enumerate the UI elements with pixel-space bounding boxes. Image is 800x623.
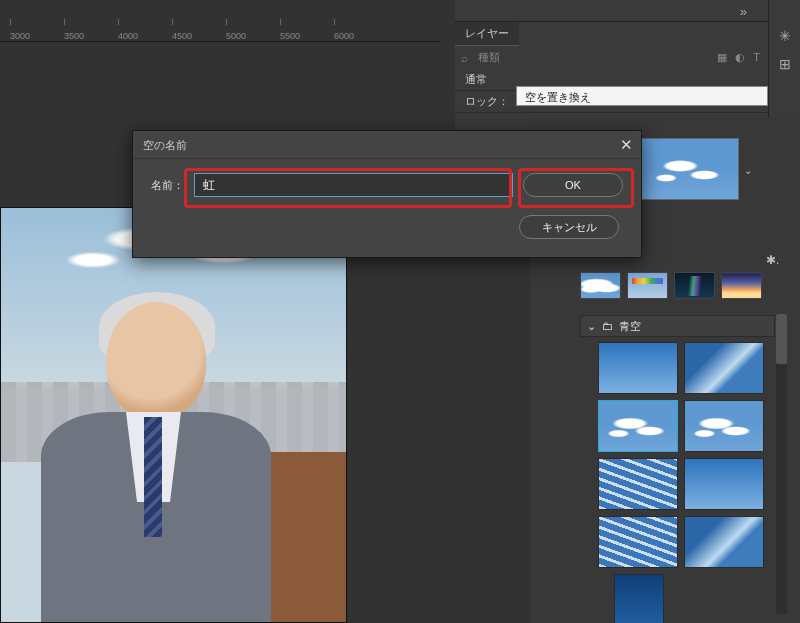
panel-options: ✱.	[766, 253, 779, 267]
folder-name: 青空	[619, 319, 641, 334]
sky-list-scrollbar[interactable]	[776, 314, 787, 614]
filter-image-icon[interactable]: ▦	[717, 51, 727, 64]
name-field-label: 名前：	[151, 178, 184, 193]
document-canvas[interactable]	[0, 207, 347, 623]
filter-adjust-icon[interactable]: ◐	[735, 51, 745, 64]
panel-top-bar: » «	[455, 0, 800, 22]
sky-thumb[interactable]	[684, 458, 764, 510]
ruler-tool-icon[interactable]: ⊞	[779, 56, 791, 72]
sky-thumb[interactable]	[684, 342, 764, 394]
ruler-tick: 4500	[172, 31, 226, 41]
sky-thumb[interactable]	[674, 272, 715, 299]
canvas-image	[0, 207, 347, 623]
sky-thumb-grid	[598, 342, 773, 623]
gear-icon[interactable]: ✱.	[766, 253, 779, 267]
sky-thumb[interactable]	[598, 342, 678, 394]
scrollbar-handle[interactable]	[776, 314, 787, 364]
sky-thumb[interactable]	[614, 574, 664, 623]
search-icon[interactable]: ⌕	[461, 52, 468, 64]
ok-button[interactable]: OK	[523, 173, 623, 197]
filter-kind-label[interactable]: 種類	[478, 50, 500, 65]
sky-dropdown-chevron-icon[interactable]: ⌄	[744, 165, 752, 176]
ruler: 3000 3500 4000 4500 5000 5500 6000	[0, 24, 440, 42]
sky-preview[interactable]	[641, 138, 739, 200]
sky-name-dialog: 空の名前 ✕ 名前： OK キャンセル	[132, 130, 642, 258]
ruler-tick: 3500	[64, 31, 118, 41]
sky-thumb[interactable]	[580, 272, 621, 299]
sky-folder-header[interactable]: ⌄ 🗀 青空	[580, 315, 775, 337]
sky-thumb[interactable]	[627, 272, 668, 299]
sky-thumb[interactable]	[684, 516, 764, 568]
folder-icon: 🗀	[602, 320, 613, 332]
sky-replace-tab[interactable]: 空を置き換え	[516, 86, 768, 106]
sky-thumb[interactable]	[684, 400, 764, 452]
ruler-tick: 5500	[280, 31, 334, 41]
collapse-left-icon[interactable]: »	[740, 4, 744, 19]
chevron-down-icon: ⌄	[587, 320, 596, 333]
sky-preview-image	[642, 139, 738, 199]
recent-skies-row	[580, 272, 762, 299]
sky-name-input[interactable]	[194, 173, 513, 197]
ruler-tick: 5000	[226, 31, 280, 41]
filter-type-icon[interactable]: T	[753, 51, 760, 64]
sky-thumb-selected[interactable]	[598, 400, 678, 452]
ruler-tick: 6000	[334, 31, 388, 41]
dialog-title: 空の名前	[133, 131, 641, 159]
ruler-tick: 4000	[118, 31, 172, 41]
ruler-tick: 3000	[10, 31, 64, 41]
compass-icon[interactable]: ✳	[779, 28, 791, 44]
close-icon[interactable]: ✕	[620, 136, 633, 154]
sky-thumb[interactable]	[598, 516, 678, 568]
layers-tab[interactable]: レイヤー	[455, 22, 519, 46]
sky-replace-label: 空を置き換え	[525, 91, 591, 103]
sky-thumb[interactable]	[598, 458, 678, 510]
blend-mode-select[interactable]: 通常	[465, 72, 487, 87]
cancel-button[interactable]: キャンセル	[519, 215, 619, 239]
sky-thumb[interactable]	[721, 272, 762, 299]
lock-label: ロック：	[465, 94, 509, 109]
